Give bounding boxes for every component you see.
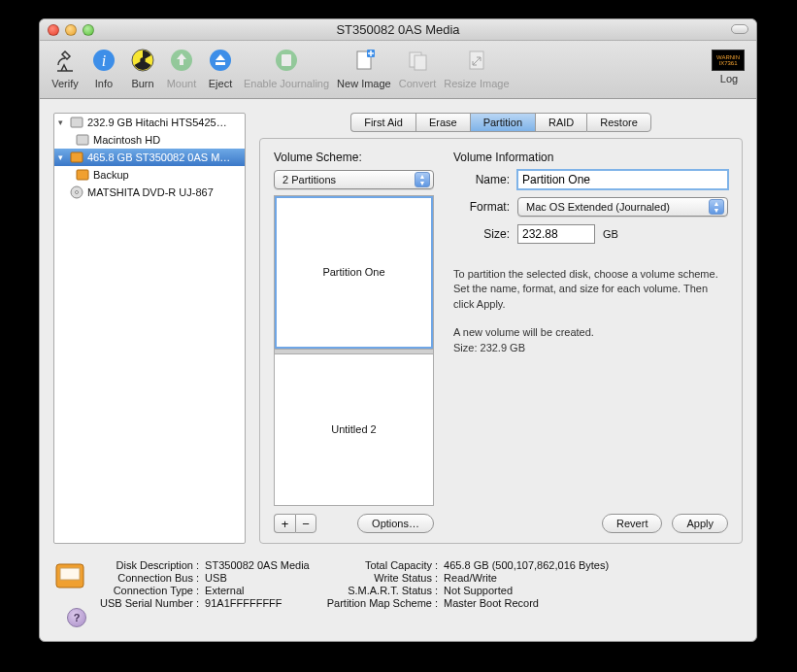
resize-icon	[461, 45, 492, 76]
log-button[interactable]: WARNINIX7361 Log	[708, 45, 750, 84]
microscope-icon	[50, 45, 81, 76]
enable-journaling-button: Enable Journaling	[240, 45, 333, 89]
svg-point-18	[76, 191, 79, 194]
hdd-icon	[76, 133, 89, 147]
eject-icon	[205, 45, 236, 76]
tab-partition[interactable]: Partition	[470, 113, 535, 132]
remove-partition-button[interactable]: −	[295, 514, 316, 533]
volume-name-field[interactable]	[517, 170, 728, 189]
new-image-button[interactable]: New Image	[333, 45, 395, 89]
volume-info-heading: Volume Information	[453, 151, 728, 164]
svg-rect-16	[77, 170, 88, 180]
volume-scheme-label: Volume Scheme:	[274, 151, 434, 164]
titlebar: ST350082 0AS Media	[40, 19, 756, 41]
tab-bar: First Aid Erase Partition RAID Restore	[259, 113, 743, 132]
disclosure-triangle-icon[interactable]: ▾	[58, 152, 66, 162]
partition-layout[interactable]: Partition One Untitled 2	[274, 195, 434, 506]
tab-restore[interactable]: Restore	[586, 113, 651, 132]
status-text: A new volume will be created. Size: 232.…	[453, 325, 728, 355]
disclosure-triangle-icon[interactable]: ▾	[58, 118, 66, 127]
svg-rect-14	[77, 135, 88, 145]
volume-scheme-popup[interactable]: 2 Partitions ▲▼	[274, 170, 434, 189]
tab-first-aid[interactable]: First Aid	[350, 113, 415, 132]
sidebar-item-volume-0[interactable]: Macintosh HD	[54, 131, 245, 149]
device-sidebar[interactable]: ▾ 232.9 GB Hitachi HTS5425… Macintosh HD…	[53, 113, 246, 544]
help-button[interactable]: ?	[67, 608, 86, 627]
name-label: Name:	[453, 173, 510, 186]
toolbar-toggle-icon[interactable]	[731, 24, 748, 34]
external-drive-icon	[53, 559, 86, 592]
format-popup[interactable]: Mac OS Extended (Journaled) ▲▼	[517, 197, 728, 217]
sidebar-item-disk-1[interactable]: ▾ 465.8 GB ST350082 0AS M…	[54, 149, 245, 166]
size-unit: GB	[603, 228, 618, 240]
svg-rect-7	[282, 54, 291, 66]
svg-rect-12	[470, 51, 483, 69]
footer-left-column: Disk DescriptionST350082 0AS Media Conne…	[100, 559, 310, 609]
help-text: To partition the selected disk, choose a…	[453, 267, 728, 312]
format-label: Format:	[453, 200, 510, 214]
info-icon: i	[88, 45, 119, 76]
svg-rect-15	[71, 152, 83, 162]
size-label: Size:	[453, 227, 510, 241]
convert-icon	[402, 45, 433, 76]
tab-raid[interactable]: RAID	[535, 113, 586, 132]
partition-block-0[interactable]: Partition One	[275, 196, 433, 349]
convert-button: Convert	[395, 45, 441, 89]
options-button[interactable]: Options…	[357, 514, 434, 533]
burn-button[interactable]: Burn	[123, 45, 162, 89]
svg-point-3	[140, 57, 145, 62]
info-button[interactable]: i Info	[84, 45, 123, 89]
new-document-icon	[349, 45, 380, 76]
window-title: ST350082 0AS Media	[40, 22, 756, 37]
external-drive-icon	[70, 151, 83, 164]
arrow-up-icon	[166, 45, 197, 76]
revert-button[interactable]: Revert	[602, 514, 662, 533]
svg-rect-20	[60, 568, 80, 580]
sidebar-item-volume-1[interactable]: Backup	[54, 166, 245, 184]
external-drive-icon	[76, 168, 89, 182]
verify-button[interactable]: Verify	[46, 45, 84, 89]
svg-rect-13	[71, 118, 83, 127]
optical-drive-icon	[70, 185, 83, 199]
partition-panel: Volume Scheme: 2 Partitions ▲▼ Partition…	[259, 138, 743, 544]
footer: ? Disk DescriptionST350082 0AS Media Con…	[40, 552, 756, 641]
svg-text:i: i	[102, 52, 106, 69]
radiation-icon	[127, 45, 158, 76]
size-field[interactable]	[517, 224, 595, 244]
chevrons-icon: ▲▼	[709, 199, 724, 215]
resize-image-button: Resize Image	[440, 45, 513, 89]
add-partition-button[interactable]: +	[274, 514, 295, 533]
mount-button: Mount	[162, 45, 201, 89]
footer-right-column: Total Capacity465.8 GB (500,107,862,016 …	[327, 559, 609, 609]
apply-button[interactable]: Apply	[672, 514, 728, 533]
journal-icon	[271, 45, 302, 76]
svg-rect-11	[415, 55, 426, 70]
toolbar: Verify i Info Burn Mount Eject	[40, 41, 756, 99]
sidebar-item-optical[interactable]: MATSHITA DVD-R UJ-867	[54, 184, 245, 201]
chevrons-icon: ▲▼	[415, 172, 430, 187]
sidebar-item-disk-0[interactable]: ▾ 232.9 GB Hitachi HTS5425…	[54, 114, 245, 131]
warning-icon: WARNINIX7361	[712, 50, 745, 71]
disk-utility-window: ST350082 0AS Media Verify i Info Burn	[39, 18, 757, 642]
hdd-icon	[70, 116, 83, 129]
tab-erase[interactable]: Erase	[415, 113, 470, 132]
eject-button[interactable]: Eject	[201, 45, 240, 89]
partition-block-1[interactable]: Untitled 2	[275, 354, 433, 506]
